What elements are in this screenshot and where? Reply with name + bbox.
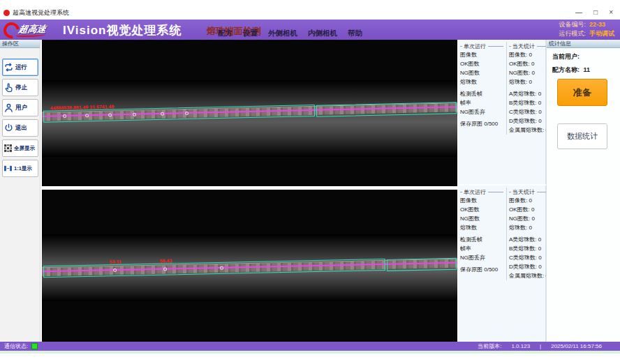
stat-row: D类熔珠数: 0	[509, 116, 548, 126]
single-run-panel: 单次运行 图像数 OK图数 NG图数 熔珠数 检测丢帧 帧率 NG图丢弃 保存原…	[460, 188, 503, 274]
comm-status-label: 通信状态:	[4, 342, 28, 350]
defect-marker	[133, 113, 136, 116]
stat-row: 金属屑熔珠数: 0	[509, 126, 548, 135]
user-button[interactable]: 用户	[2, 99, 38, 116]
stat-row: B类熔珠数: 0	[509, 98, 548, 107]
info-panel-title: 统计信息	[547, 40, 620, 48]
defect-marker	[113, 268, 117, 272]
brand-name: 超高速	[17, 23, 47, 36]
stat-row: A类熔珠数: 0	[509, 89, 548, 98]
current-user-label: 当前用户:	[552, 53, 580, 60]
fullscreen-button-label: 全屏显示	[14, 145, 35, 152]
defect-marker	[220, 266, 223, 270]
prepare-button[interactable]: 准备	[557, 79, 607, 106]
stats-section-inner: 单次运行 图像数 OK图数 NG图数 熔珠数 检测丢帧 帧率 NG图丢弃 保存原…	[458, 185, 546, 342]
recipe-name-row: 配方名称: 11	[552, 66, 620, 75]
defect-marker	[163, 267, 167, 271]
recipe-name-label: 配方名称:	[552, 66, 580, 73]
device-id-label: 设备编号:	[559, 20, 586, 29]
fullscreen-grid-icon	[3, 144, 13, 153]
stat-row: A类熔珠数: 0	[509, 235, 548, 244]
hand-icon	[3, 82, 14, 93]
one-to-one-button-label: 1:1显示	[14, 165, 32, 172]
stat-row: 金属屑熔珠数: 0	[509, 271, 548, 280]
detection-outline	[387, 258, 457, 271]
menu-item-outer-camera[interactable]: 外侧相机	[268, 29, 297, 38]
sidebar-title: 操作区	[0, 40, 40, 48]
stat-row: C类熔珠数: 0	[509, 107, 548, 116]
stat-row: OK图数	[460, 205, 503, 214]
panel-title: 单次运行	[460, 188, 503, 196]
operation-sidebar: 操作区 运行 停止 用户 退出 全屏显示 1:1显示	[0, 40, 40, 342]
defect-marker	[85, 114, 89, 117]
statistics-info-panel: 统计信息 当前用户: 配方名称: 11 准备 数据统计	[546, 40, 620, 342]
defect-marker	[161, 112, 164, 116]
cycle-arrows-icon	[3, 62, 14, 73]
camera-view-outer[interactable]: 44888539.881.49 31.5741.49	[42, 40, 457, 186]
window-titlebar: 超高速视觉处理系统 — □ ×	[0, 6, 620, 20]
menu-item-inner-camera[interactable]: 内侧相机	[308, 29, 337, 38]
device-info: 设备编号: 22-33 运行模式: 手动调试	[559, 20, 614, 38]
measurement-annotation: 53.11	[110, 259, 121, 264]
stats-section-outer: 单次运行 图像数 OK图数 NG图数 熔珠数 检测丢帧 帧率 NG图丢弃 保存原…	[458, 40, 546, 184]
current-user-row: 当前用户:	[552, 52, 620, 61]
one-to-one-icon	[3, 164, 13, 173]
menu-item-help[interactable]: 帮助	[348, 29, 362, 38]
run-mode-value: 手动调试	[589, 29, 614, 38]
stat-row: 帧率	[460, 98, 503, 107]
app-window: 超高速视觉处理系统 — □ × 超高速 IVision视觉处理系统 熔珠端面检测…	[0, 0, 620, 364]
window-title: 超高速视觉处理系统	[13, 8, 69, 17]
exit-button-label: 退出	[15, 124, 27, 132]
stat-row: 图像数: 0	[509, 50, 548, 59]
data-stats-button[interactable]: 数据统计	[557, 123, 607, 149]
minimize-button[interactable]: —	[575, 9, 582, 16]
run-button[interactable]: 运行	[2, 59, 38, 76]
panel-title: 当天统计	[509, 188, 548, 196]
stat-row: 熔珠数: 0	[509, 223, 548, 232]
stat-row: D类熔珠数: 0	[509, 262, 548, 271]
defect-marker	[108, 113, 112, 116]
stat-row: 熔珠数	[460, 223, 503, 232]
stat-row: OK图数	[460, 59, 503, 68]
status-bar: 通信状态: 当前版本: 1.0.123 | 2025/02/11 16:57:5…	[0, 342, 620, 351]
status-separator: |	[540, 343, 541, 349]
exit-button[interactable]: 退出	[2, 119, 38, 137]
stat-row: NG图数: 0	[509, 68, 548, 77]
fullscreen-button[interactable]: 全屏显示	[2, 139, 38, 157]
menu-item-settings[interactable]: 设置	[243, 29, 258, 38]
app-logo-icon	[3, 10, 10, 16]
app-title: IVision视觉处理系统	[63, 22, 182, 38]
stat-row: 帧率	[460, 244, 503, 253]
stat-row: NG图数: 0	[509, 214, 548, 223]
stat-row: 熔珠数	[460, 77, 503, 86]
device-id-value: 22-33	[589, 20, 614, 29]
version-label: 当前版本:	[478, 342, 501, 350]
single-run-panel: 单次运行 图像数 OK图数 NG图数 熔珠数 检测丢帧 帧率 NG图丢弃 保存原…	[460, 42, 503, 128]
daily-stats-panel: 当天统计 图像数: 0 OK图数: 0 NG图数: 0 熔珠数: 0 A类熔珠数…	[506, 42, 548, 135]
stat-row: NG图数	[460, 68, 503, 77]
menu-bar: 配方 设置 外侧相机 内侧相机 帮助	[218, 29, 362, 38]
app-header: 超高速 IVision视觉处理系统 熔珠端面检测 配方 设置 外侧相机 内侧相机…	[0, 20, 620, 40]
user-icon	[3, 103, 14, 113]
stat-row: NG图数	[460, 214, 503, 223]
run-button-label: 运行	[15, 63, 27, 72]
run-mode-label: 运行模式:	[559, 29, 586, 38]
close-button[interactable]: ×	[609, 9, 613, 16]
user-button-label: 用户	[15, 104, 27, 112]
stat-row: 检测丢帧	[460, 89, 503, 98]
one-to-one-button[interactable]: 1:1显示	[2, 160, 38, 177]
datetime-value: 2025/02/11 16:57:56	[551, 343, 602, 349]
stop-button[interactable]: 停止	[2, 79, 38, 96]
camera-view-inner[interactable]: 53.11 56.43	[42, 190, 457, 342]
menu-item-recipe[interactable]: 配方	[218, 29, 232, 38]
power-icon	[3, 123, 14, 133]
stat-row: OK图数: 0	[509, 59, 548, 68]
stat-row: 保存原图 0/500	[460, 119, 503, 128]
comm-status-led	[31, 343, 38, 349]
maximize-button[interactable]: □	[593, 9, 598, 16]
stat-row: 检测丢帧	[460, 235, 503, 244]
panel-title: 单次运行	[460, 42, 503, 50]
stat-row: NG图丢弃	[460, 107, 503, 116]
stat-row: 保存原图 0/500	[460, 265, 503, 274]
stop-button-label: 停止	[15, 84, 27, 92]
